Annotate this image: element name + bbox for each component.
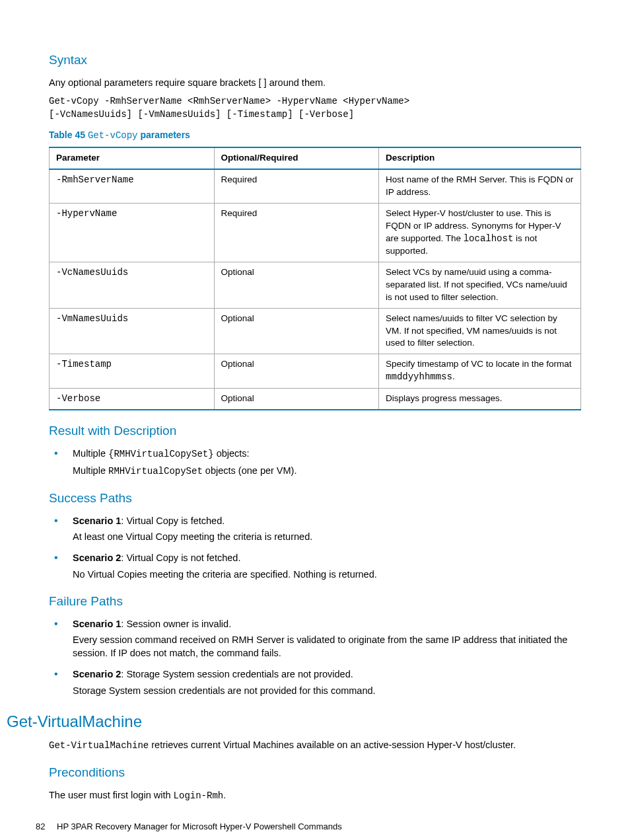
syntax-intro: Any optional parameters require square b…: [49, 76, 581, 89]
result-pre: Multiple: [73, 448, 108, 459]
cell-parameter: -Timestamp: [50, 354, 215, 388]
cell-parameter: -RmhServerName: [50, 169, 215, 203]
success-s1-body: At least one Virtual Copy meeting the cr…: [73, 530, 581, 543]
caption-code: Get-vCopy: [88, 130, 138, 141]
pre-text-post: .: [223, 790, 226, 800]
failure-s2-label: Scenario 2: [73, 669, 121, 679]
success-heading: Success Paths: [49, 490, 581, 508]
failure-heading: Failure Paths: [49, 593, 581, 611]
cell-description: Specify timestamp of VC to locate in the…: [379, 354, 581, 388]
cell-parameter: -VcNamesUuids: [50, 262, 215, 309]
result-post: objects:: [214, 448, 250, 459]
footer-title: HP 3PAR Recovery Manager for Microsoft H…: [57, 821, 342, 831]
list-item: Scenario 1: Session owner is invalid. Ev…: [49, 617, 581, 660]
table-row: -VcNamesUuidsOptionalSelect VCs by name/…: [50, 262, 581, 309]
cell-parameter: -VmNamesUuids: [50, 308, 215, 354]
table-row: -VmNamesUuidsOptionalSelect names/uuids …: [50, 308, 581, 354]
cell-optional: Optional: [214, 308, 379, 354]
success-s1-title: : Virtual Copy is fetched.: [121, 515, 225, 526]
cell-optional: Required: [214, 169, 379, 203]
cell-parameter: -Verbose: [50, 388, 215, 410]
list-item: Scenario 1: Virtual Copy is fetched. At …: [49, 514, 581, 544]
th-description: Description: [379, 147, 581, 169]
list-item: Scenario 2: Storage System session crede…: [49, 668, 581, 697]
parameters-table: Parameter Optional/Required Description …: [49, 147, 581, 410]
cell-parameter: -HypervName: [50, 203, 215, 262]
code-line-2: [-VcNamesUuids] [-VmNamesUuids] [-Timest…: [49, 109, 354, 120]
result-code: {RMHVirtualCopySet}: [108, 449, 214, 459]
cell-optional: Optional: [214, 354, 379, 388]
table-row: -RmhServerNameRequiredHost name of the R…: [50, 169, 581, 203]
list-item: Scenario 2: Virtual Copy is not fetched.…: [49, 551, 581, 581]
cell-description: Displays progress messages.: [379, 388, 581, 410]
pre-text-code: Login-Rmh: [174, 790, 224, 801]
table-row: -HypervNameRequiredSelect Hyper-V host/c…: [50, 203, 581, 262]
result-sub-code: RMHVirtualCopySet: [108, 466, 203, 477]
success-s1-label: Scenario 1: [73, 515, 121, 526]
gvm-intro-rest: retrieves current Virtual Machines avail…: [149, 740, 516, 750]
failure-s2-title: : Storage System session credentials are…: [121, 669, 353, 679]
caption-prefix: Table 45: [49, 130, 88, 140]
success-s2-label: Scenario 2: [73, 553, 121, 563]
failure-s2-body: Storage System session credentials are n…: [73, 684, 581, 697]
cell-description: Select names/uuids to filter VC selectio…: [379, 308, 581, 354]
preconditions-heading: Preconditions: [49, 764, 581, 782]
cell-description: Select VCs by name/uuid using a comma-se…: [379, 262, 581, 309]
th-optional: Optional/Required: [214, 147, 379, 169]
result-sub-post: objects (one per VM).: [203, 465, 297, 476]
success-s2-body: No Virtual Copies meeting the criteria a…: [73, 568, 581, 581]
success-s2-title: : Virtual Copy is not fetched.: [121, 553, 240, 563]
list-item: Multiple {RMHVirtualCopySet} objects: Mu…: [49, 447, 581, 478]
cell-description: Select Hyper-V host/cluster to use. This…: [379, 203, 581, 262]
syntax-heading: Syntax: [49, 52, 581, 69]
gvm-heading: Get-VirtualMachine: [7, 710, 581, 733]
th-parameter: Parameter: [50, 147, 215, 169]
pre-text-pre: The user must first login with: [49, 790, 174, 800]
table-caption: Table 45 Get-vCopy parameters: [49, 129, 581, 143]
failure-s1-label: Scenario 1: [73, 619, 121, 629]
gvm-intro: Get-VirtualMachine retrieves current Vir…: [49, 738, 581, 753]
cell-optional: Optional: [214, 262, 379, 309]
cell-optional: Required: [214, 203, 379, 262]
failure-s1-title: : Session owner is invalid.: [121, 619, 231, 629]
cell-optional: Optional: [214, 388, 379, 410]
cell-description: Host name of the RMH Server. This is FQD…: [379, 169, 581, 203]
syntax-code: Get-vCopy -RmhServerName <RmhServerName>…: [49, 95, 581, 122]
result-heading: Result with Description: [49, 422, 581, 440]
failure-s1-body: Every session command received on RMH Se…: [73, 633, 581, 660]
preconditions-text: The user must first login with Login-Rmh…: [49, 788, 581, 803]
table-row: -TimestampOptionalSpecify timestamp of V…: [50, 354, 581, 388]
code-line-1: Get-vCopy -RmhServerName <RmhServerName>…: [49, 96, 409, 106]
page-footer: 82 HP 3PAR Recovery Manager for Microsof…: [36, 821, 581, 833]
gvm-intro-code: Get-VirtualMachine: [49, 740, 149, 751]
page-number: 82: [36, 821, 45, 831]
table-row: -VerboseOptionalDisplays progress messag…: [50, 388, 581, 410]
table-header-row: Parameter Optional/Required Description: [50, 147, 581, 169]
result-sub-pre: Multiple: [73, 465, 108, 476]
caption-suffix: parameters: [138, 130, 190, 140]
